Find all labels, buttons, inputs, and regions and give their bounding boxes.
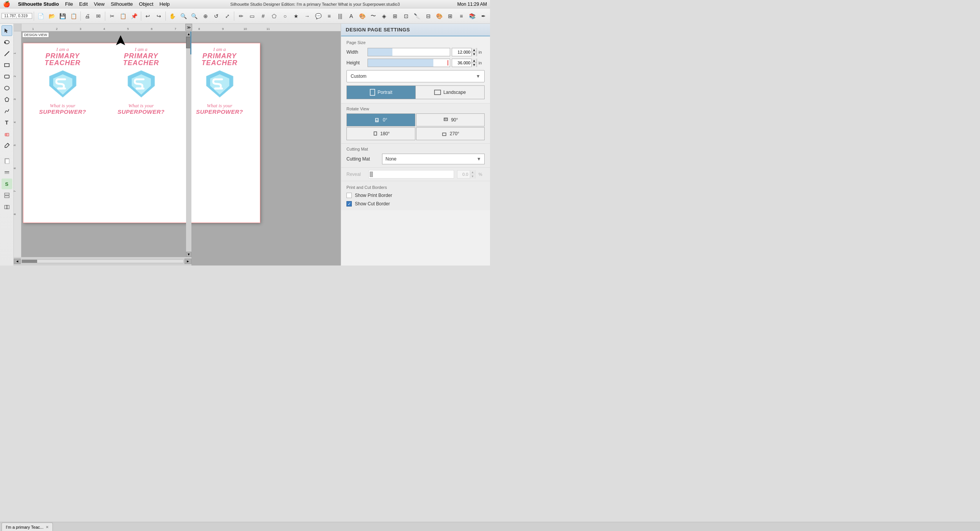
- width-input-group[interactable]: ▲ ▼: [452, 48, 477, 56]
- menu-item-help[interactable]: Help: [160, 1, 170, 7]
- menu-item-file[interactable]: File: [65, 1, 73, 7]
- height-bar[interactable]: [368, 59, 450, 67]
- copy-button[interactable]: 📋: [118, 10, 128, 22]
- eyedrop-tool[interactable]: [2, 140, 12, 151]
- trace-button[interactable]: ◈: [379, 10, 389, 22]
- design-page[interactable]: I am a PRIMARY TEACHER What is your S: [23, 43, 260, 223]
- height-input[interactable]: [452, 59, 471, 67]
- expand-button[interactable]: ≫: [185, 24, 192, 31]
- svg-rect-0: [4, 42, 6, 43]
- text-shape-button[interactable]: A: [346, 10, 356, 22]
- width-bar[interactable]: [368, 48, 450, 56]
- cut-border-checkbox[interactable]: ✓: [346, 201, 352, 206]
- send-button[interactable]: ✉: [93, 10, 104, 22]
- ellipse-tool[interactable]: [2, 83, 12, 93]
- cut-button[interactable]: ✂: [107, 10, 117, 22]
- pages-tool[interactable]: [2, 156, 12, 166]
- save-pdf-button[interactable]: 📋: [69, 10, 79, 22]
- svg-marker-5: [5, 97, 9, 102]
- menu-item-silhouette[interactable]: Silhouette: [111, 1, 133, 7]
- height-down-btn[interactable]: ▼: [472, 63, 477, 67]
- rect-shape-button[interactable]: ▭: [247, 10, 257, 22]
- rounded-rect-tool[interactable]: [2, 71, 12, 82]
- h-lines-button[interactable]: ≡: [324, 10, 334, 22]
- undo-button[interactable]: ↩: [142, 10, 153, 22]
- canvas-hscroll[interactable]: ◄ ►: [14, 257, 191, 266]
- print-border-checkbox[interactable]: [346, 193, 352, 198]
- reveal-input-group: 0.0 ▲ ▼: [457, 170, 475, 179]
- reveal-down-btn[interactable]: ▼: [470, 174, 475, 179]
- width-down-btn[interactable]: ▼: [472, 52, 477, 56]
- replicate-button[interactable]: ⊞: [390, 10, 400, 22]
- silhouette-store-tool[interactable]: S: [2, 179, 12, 189]
- rotate-270-button[interactable]: 270°: [416, 127, 485, 140]
- reveal-slider[interactable]: [369, 170, 454, 179]
- pentagon-button[interactable]: ⬠: [269, 10, 279, 22]
- align-button[interactable]: ⊟: [423, 10, 433, 22]
- custom-dropdown[interactable]: Custom ▼: [346, 70, 485, 82]
- width-up-btn[interactable]: ▲: [472, 48, 477, 52]
- print-button[interactable]: 🖨: [82, 10, 93, 22]
- star-button[interactable]: ★: [291, 10, 301, 22]
- library-button[interactable]: 📚: [467, 10, 477, 22]
- menu-item-object[interactable]: Object: [139, 1, 154, 7]
- polygon-tool[interactable]: [2, 94, 12, 105]
- reveal-up-btn[interactable]: ▲: [470, 170, 475, 174]
- fill-button[interactable]: 🎨: [357, 10, 368, 22]
- svg-line-1: [5, 51, 9, 56]
- height-input-group[interactable]: ▲ ▼: [452, 59, 477, 67]
- width-input[interactable]: [452, 48, 471, 56]
- apple-menu[interactable]: 🍎: [3, 1, 10, 8]
- height-up-btn[interactable]: ▲: [472, 59, 477, 63]
- page-layout-tool[interactable]: [2, 190, 12, 201]
- paste-button[interactable]: 📌: [129, 10, 139, 22]
- rect-tool[interactable]: [2, 60, 12, 70]
- cutting-mat-arrow: ▼: [477, 156, 481, 162]
- zoom-in-button[interactable]: 🔍: [178, 10, 189, 22]
- color-button[interactable]: 🎨: [434, 10, 444, 22]
- portrait-button[interactable]: Portrait: [346, 85, 416, 99]
- freehand-tool[interactable]: [2, 106, 12, 116]
- transform-button[interactable]: ⊡: [401, 10, 412, 22]
- portrait-icon: [370, 89, 375, 96]
- canvas-area[interactable]: ≫ 1 2 3 4 5 6 7 8 9 10 11 1 2 3 4: [14, 24, 341, 266]
- save-button[interactable]: 💾: [57, 10, 68, 22]
- open-button[interactable]: 📂: [47, 10, 57, 22]
- rotate-90-button[interactable]: ab 90°: [416, 113, 485, 126]
- warp-button[interactable]: 〜: [368, 10, 379, 22]
- line-tool[interactable]: [2, 48, 12, 59]
- rotate-left-button[interactable]: ↺: [211, 10, 222, 22]
- print-cut-label: Print and Cut Borders: [346, 185, 485, 190]
- grid-button[interactable]: #: [258, 10, 268, 22]
- draw-lines-button[interactable]: ✏: [236, 10, 246, 22]
- svg-rect-15: [5, 205, 7, 209]
- menu-item-view[interactable]: View: [94, 1, 105, 7]
- fullscreen-button[interactable]: ⤢: [222, 10, 233, 22]
- pen-button[interactable]: ✒: [478, 10, 488, 22]
- menu-item-app[interactable]: Silhouette Studio: [18, 1, 59, 7]
- media-tool[interactable]: [2, 202, 12, 212]
- rotate-0-button[interactable]: ab 0°: [346, 113, 415, 126]
- node-tool[interactable]: [2, 37, 12, 48]
- v-lines-button[interactable]: |||: [335, 10, 345, 22]
- rotate-180-button[interactable]: 180°: [346, 127, 415, 140]
- eraser-tool[interactable]: [2, 129, 12, 139]
- callout-button[interactable]: 💬: [313, 10, 323, 22]
- new-button[interactable]: 📄: [36, 10, 46, 22]
- circle-shape-button[interactable]: ○: [280, 10, 290, 22]
- canvas-vscroll[interactable]: ▲ ▼: [186, 31, 191, 257]
- landscape-button[interactable]: Landscape: [416, 85, 485, 99]
- menu-item-edit[interactable]: Edit: [79, 1, 88, 7]
- select-tool[interactable]: [2, 25, 12, 36]
- arrow-shape-button[interactable]: →: [302, 10, 312, 22]
- zoom-out-button[interactable]: 🔍: [189, 10, 199, 22]
- grid2-button[interactable]: ⊞: [445, 10, 456, 22]
- zoom-fit-button[interactable]: ⊕: [200, 10, 211, 22]
- redo-button[interactable]: ↪: [154, 10, 164, 22]
- cutting-mat-dropdown[interactable]: None ▼: [382, 154, 485, 164]
- hand-button[interactable]: ✋: [167, 10, 178, 22]
- layers-tool[interactable]: [2, 167, 12, 178]
- text-tool[interactable]: T: [2, 117, 12, 128]
- layers-btn2[interactable]: ≡: [456, 10, 467, 22]
- knife-button[interactable]: 🔪: [412, 10, 423, 22]
